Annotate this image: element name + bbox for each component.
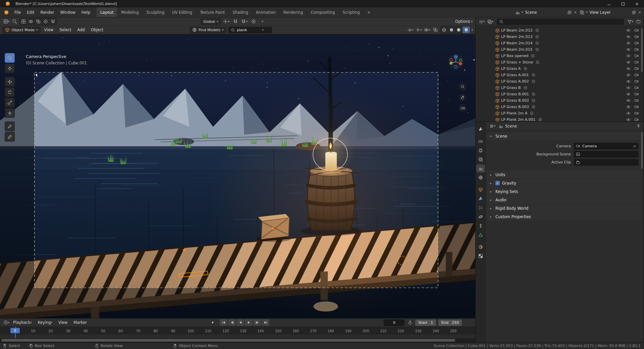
blender-menu-icon[interactable] bbox=[1, 7, 11, 17]
close-button[interactable]: × bbox=[630, 0, 644, 7]
viewport-menu-object[interactable]: Object bbox=[88, 28, 106, 32]
tool-transform[interactable] bbox=[5, 108, 15, 118]
tab-view-layer[interactable] bbox=[476, 155, 485, 163]
sidebar-collapse-arrow[interactable]: ◂ bbox=[473, 58, 475, 61]
filter-dropdown[interactable]: ▾ bbox=[627, 18, 634, 25]
disable-render-icon[interactable] bbox=[633, 35, 640, 39]
tab-output[interactable] bbox=[476, 146, 485, 154]
property-field-active-clip[interactable] bbox=[574, 159, 638, 165]
proportional-editing-toggle[interactable] bbox=[250, 18, 257, 25]
viewport-3d[interactable]: Camera Perspective (0) Scene Collection … bbox=[0, 34, 475, 318]
outliner-scrollbar[interactable] bbox=[641, 28, 643, 72]
disable-render-icon[interactable] bbox=[633, 41, 640, 45]
outliner-search-input[interactable] bbox=[505, 19, 622, 24]
disable-render-icon[interactable] bbox=[633, 105, 640, 109]
mode-dropdown[interactable]: Object Mode▾ bbox=[2, 27, 41, 33]
timeline-editor-type-button[interactable]: ▾ bbox=[3, 319, 10, 326]
model-search-field[interactable]: ▾ bbox=[228, 27, 272, 33]
hide-viewport-icon[interactable] bbox=[625, 41, 632, 45]
outliner-item[interactable]: LP Grass B.001 bbox=[476, 91, 644, 97]
new-scene-icon[interactable] bbox=[567, 9, 573, 15]
tool-cursor[interactable] bbox=[5, 63, 15, 73]
add-workspace-button[interactable]: + bbox=[364, 7, 374, 17]
tab-shading[interactable]: Shading bbox=[229, 7, 252, 17]
tab-rendering[interactable]: Rendering bbox=[280, 7, 307, 17]
tab-object[interactable] bbox=[476, 186, 485, 194]
hide-viewport-icon[interactable] bbox=[625, 105, 632, 109]
disable-render-icon[interactable] bbox=[633, 117, 640, 121]
tab-constraints[interactable] bbox=[476, 222, 485, 230]
disable-render-icon[interactable] bbox=[633, 28, 640, 33]
current-frame-field[interactable]: 0 bbox=[384, 319, 405, 326]
tab-sculpting[interactable]: Sculpting bbox=[143, 7, 168, 17]
menu-help[interactable]: Help bbox=[78, 7, 93, 17]
disable-render-icon[interactable] bbox=[633, 47, 640, 52]
menu-render[interactable]: Render bbox=[38, 7, 57, 17]
hide-viewport-icon[interactable] bbox=[625, 47, 632, 52]
outliner-item[interactable]: LP Grass A bbox=[476, 65, 644, 72]
toggle-button[interactable] bbox=[20, 18, 27, 25]
outliner-item[interactable]: LP Grass B.003 bbox=[476, 104, 644, 110]
tab-texture[interactable] bbox=[476, 252, 485, 260]
tool-measure[interactable] bbox=[5, 132, 15, 142]
pin-icon[interactable] bbox=[636, 124, 641, 128]
pivot-point-button[interactable]: ▾ bbox=[223, 18, 230, 25]
panel-audio[interactable]: ▸Audio bbox=[487, 196, 643, 204]
new-view-layer-icon[interactable] bbox=[631, 9, 637, 15]
disable-render-icon[interactable] bbox=[633, 98, 640, 103]
minimize-button[interactable] bbox=[602, 0, 616, 7]
end-frame-field[interactable]: End 250 bbox=[438, 319, 462, 326]
outliner-search-field[interactable] bbox=[497, 19, 624, 25]
timeline-menu-view[interactable]: View bbox=[55, 320, 70, 325]
hide-viewport-icon[interactable] bbox=[625, 60, 632, 64]
chevron-down-icon[interactable]: ▾ bbox=[262, 29, 264, 32]
properties-scrollbar[interactable] bbox=[641, 132, 643, 169]
disable-render-icon[interactable] bbox=[633, 66, 640, 71]
camera-view-button[interactable] bbox=[459, 104, 467, 112]
tool-rotate[interactable] bbox=[5, 87, 15, 97]
falloff-dropdown[interactable]: ▾ bbox=[259, 18, 266, 25]
toggle-button[interactable] bbox=[49, 18, 57, 25]
hide-viewport-icon[interactable] bbox=[625, 86, 632, 90]
orientation-dropdown[interactable]: Global▾ bbox=[201, 18, 221, 25]
disable-render-icon[interactable] bbox=[633, 79, 640, 84]
toggle-button[interactable] bbox=[42, 18, 49, 25]
gravity-checkbox[interactable]: ✓ bbox=[495, 181, 500, 185]
start-frame-field[interactable]: Start 1 bbox=[415, 319, 436, 326]
prev-keyframe-button[interactable] bbox=[228, 319, 236, 326]
timeline-scrollbar[interactable] bbox=[0, 338, 475, 342]
panel-scene[interactable]: ▾ Scene bbox=[487, 132, 643, 140]
tab-physics[interactable] bbox=[476, 213, 485, 221]
disable-render-icon[interactable] bbox=[633, 73, 640, 77]
autokey-toggle[interactable] bbox=[209, 319, 216, 326]
panel-custom-properties[interactable]: ▸Custom Properties bbox=[487, 213, 643, 220]
hide-viewport-icon[interactable] bbox=[625, 79, 632, 84]
stopwatch-icon[interactable] bbox=[407, 319, 413, 326]
play-reverse-button[interactable] bbox=[236, 319, 244, 326]
viewport-menu-select[interactable]: Select bbox=[56, 28, 74, 32]
shading-rendered-button[interactable] bbox=[463, 27, 470, 33]
tab-modifiers[interactable] bbox=[476, 195, 485, 203]
shading-material-button[interactable] bbox=[455, 27, 463, 33]
disable-render-icon[interactable] bbox=[633, 92, 640, 96]
outliner-item[interactable]: LP Grass B bbox=[476, 85, 644, 91]
outliner-item[interactable]: LP Beam 2m.013 bbox=[476, 34, 644, 40]
tab-render[interactable] bbox=[476, 137, 485, 145]
hide-viewport-icon[interactable] bbox=[625, 111, 632, 115]
tab-world[interactable] bbox=[476, 173, 485, 182]
menu-window[interactable]: Window bbox=[57, 7, 78, 17]
view-layer-selector[interactable]: ▾ View Layer × bbox=[579, 9, 641, 15]
hide-viewport-icon[interactable] bbox=[625, 73, 632, 77]
next-keyframe-button[interactable] bbox=[253, 319, 261, 326]
timeline-menu-keying[interactable]: Keying ▾ bbox=[35, 320, 55, 325]
viewport-menu-view[interactable]: View bbox=[41, 28, 56, 32]
hide-viewport-icon[interactable] bbox=[625, 92, 632, 96]
display-mode-dropdown[interactable]: ▾ bbox=[487, 18, 494, 25]
toggle-button[interactable] bbox=[27, 18, 35, 25]
frame-ruler[interactable]: 1020304050607080901001101201301401501601… bbox=[0, 327, 475, 334]
hide-viewport-icon[interactable] bbox=[625, 54, 632, 58]
tab-scene[interactable] bbox=[476, 164, 485, 172]
play-button[interactable] bbox=[245, 319, 253, 326]
tool-scale[interactable] bbox=[5, 98, 15, 107]
tab-particles[interactable] bbox=[476, 204, 485, 212]
